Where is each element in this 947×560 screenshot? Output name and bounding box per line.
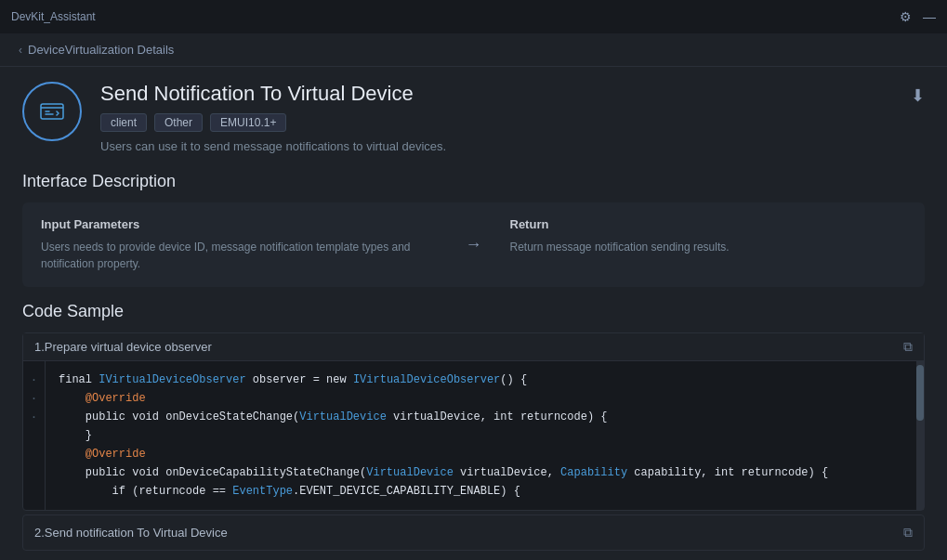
titlebar-actions: ⚙ — — [900, 9, 936, 24]
return-title: Return — [510, 217, 907, 231]
app-title: DevKit_Assistant — [11, 10, 96, 23]
tag-emui: EMUI10.1+ — [210, 113, 286, 132]
page-title: Send Notification To Virtual Device — [100, 82, 414, 106]
tags-container: client Other EMUI10.1+ — [100, 113, 925, 132]
gutter-dot: · — [32, 371, 35, 389]
svg-rect-0 — [41, 104, 63, 119]
header-description: Users can use it to send message notific… — [100, 139, 925, 153]
code-gutter: · · · — [23, 361, 46, 510]
tag-other: Other — [154, 113, 203, 132]
step1-copy-icon[interactable]: ⧉ — [903, 339, 913, 355]
download-icon[interactable]: ⬇ — [911, 85, 925, 106]
feature-icon — [22, 82, 82, 141]
titlebar: DevKit_Assistant ⚙ — — [0, 0, 947, 33]
header-title-row: Send Notification To Virtual Device ⬇ — [100, 82, 925, 113]
breadcrumb: ‹ DeviceVirtualization Details — [0, 33, 947, 67]
gutter-dot: · — [32, 408, 35, 426]
direction-arrow: → — [466, 235, 482, 254]
step1-container: 1.Prepare virtual device observer ⧉ · · … — [22, 332, 925, 511]
breadcrumb-label[interactable]: DeviceVirtualization Details — [28, 43, 174, 57]
step1-label: 1.Prepare virtual device observer — [34, 340, 212, 354]
header-info: Send Notification To Virtual Device ⬇ cl… — [100, 82, 925, 153]
scrollbar-thumb — [916, 365, 924, 421]
arrow-col: → — [456, 235, 492, 254]
step2-header: 2.Send notification To Virtual Device ⧉ — [22, 514, 925, 551]
code-area: · · · final IVirtualDeviceObserver obser… — [23, 361, 924, 510]
step2-label: 2.Send notification To Virtual Device — [34, 526, 228, 540]
return-text: Return message notification sending resu… — [510, 239, 907, 255]
interface-grid: Input Parameters Users needs to provide … — [22, 202, 925, 287]
code-content: final IVirtualDeviceObserver observer = … — [46, 361, 924, 510]
return-col: Return Return message notification sendi… — [492, 217, 926, 255]
step2-copy-icon[interactable]: ⧉ — [903, 525, 913, 540]
settings-icon[interactable]: ⚙ — [900, 9, 912, 24]
code-section-title: Code Sample — [22, 302, 925, 321]
main-content: Send Notification To Virtual Device ⬇ cl… — [0, 67, 947, 560]
header-section: Send Notification To Virtual Device ⬇ cl… — [22, 82, 925, 153]
input-params-title: Input Parameters — [41, 217, 438, 231]
input-params-col: Input Parameters Users needs to provide … — [22, 217, 456, 272]
minimize-icon[interactable]: — — [923, 9, 936, 24]
step1-header: 1.Prepare virtual device observer ⧉ — [23, 333, 924, 361]
input-params-text: Users needs to provide device ID, messag… — [41, 239, 438, 272]
back-arrow[interactable]: ‹ — [19, 44, 22, 57]
gutter-dot: · — [32, 389, 35, 408]
interface-section-title: Interface Description — [22, 172, 925, 191]
tag-client: client — [100, 113, 147, 132]
code-scrollbar[interactable] — [916, 361, 924, 510]
